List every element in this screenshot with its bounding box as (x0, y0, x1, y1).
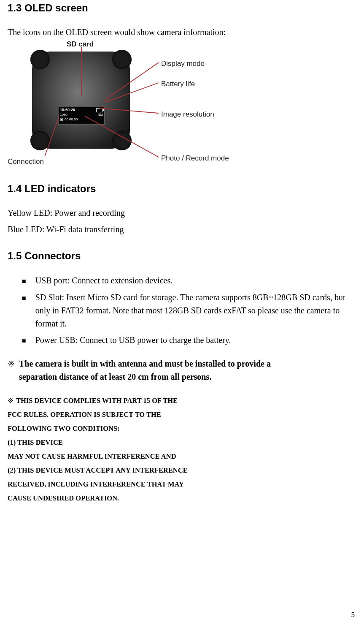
label-photo-record: Photo / Record mode (161, 153, 229, 164)
list-item: ■ Power USB: Connect to USB power to cha… (22, 334, 356, 347)
heading-1-5: 1.5 Connectors (8, 248, 356, 264)
led-blue: Blue LED: Wi-Fi data transferring (8, 223, 356, 236)
bullet-text: SD Slot: Insert Micro SD card for storag… (35, 291, 356, 330)
fcc-line: FOLLOWING TWO CONDITIONS: (8, 421, 356, 435)
antenna-note: ※ The camera is built in with antenna an… (8, 357, 356, 383)
list-item: ■ USB port: Connect to extension devices… (22, 274, 356, 288)
label-image-resolution: Image resolution (161, 109, 214, 120)
oled-1080: 1080 (60, 113, 67, 117)
fcc-line: (1) THIS DEVICE (8, 435, 356, 449)
label-sd-card: SD card (67, 39, 94, 50)
fcc-notice: ※THIS DEVICE COMPLIES WITH PART 15 OF TH… (8, 394, 356, 505)
camera-body: 15:50:20 1080 8M ▣ 00:00:00 (32, 52, 130, 149)
list-item: ■ SD Slot: Insert Micro SD card for stor… (22, 291, 356, 330)
oled-8m: 8M (98, 113, 103, 117)
battery-icon (96, 108, 103, 112)
note-line1: The camera is built in with antenna and … (19, 357, 271, 370)
led-yellow: Yellow LED: Power and recording (8, 207, 356, 220)
fcc-line: (2) THIS DEVICE MUST ACCEPT ANY INTERFER… (8, 463, 356, 477)
oled-time: 15:50:20 (60, 108, 75, 112)
fcc-line: RECEIVED, INCLUDING INTERFERENCE THAT MA… (8, 477, 356, 491)
note-line2: separation distance of at least 20 cm fr… (19, 370, 271, 383)
fcc-line: FCC RULES. OPERATION IS SUBJECT TO THE (8, 408, 356, 421)
bullet-text: USB port: Connect to extension devices. (35, 274, 356, 288)
label-display-mode: Display mode (161, 58, 205, 69)
intro-1-3: The icons on the OLED screen would show … (8, 26, 356, 39)
label-connection: Connection (8, 156, 44, 167)
bullet-text: Power USB: Connect to USB power to charg… (35, 334, 356, 347)
fcc-symbol: ※ (8, 397, 13, 405)
oled-zero: 00:00:00 (65, 118, 78, 122)
heading-1-3: 1.3 OLED screen (8, 0, 356, 16)
bullet-icon: ■ (22, 292, 26, 330)
fcc-line: MAY NOT CAUSE HARMFUL INTERFERENCE AND (8, 449, 356, 463)
fcc-line: CAUSE UNDESIRED OPERATION. (8, 491, 356, 505)
heading-1-4: 1.4 LED indicators (8, 181, 356, 196)
note-symbol: ※ (8, 357, 15, 383)
fcc-line: THIS DEVICE COMPLIES WITH PART 15 OF THE (16, 397, 178, 405)
oled-screen: 15:50:20 1080 8M ▣ 00:00:00 (58, 106, 105, 125)
bullet-icon: ■ (22, 275, 26, 288)
label-battery-life: Battery life (161, 79, 195, 90)
camera-icon: ▣ (60, 118, 63, 122)
bullet-icon: ■ (22, 334, 26, 347)
oled-diagram: 15:50:20 1080 8M ▣ 00:00:00 SD card Disp… (32, 42, 243, 169)
